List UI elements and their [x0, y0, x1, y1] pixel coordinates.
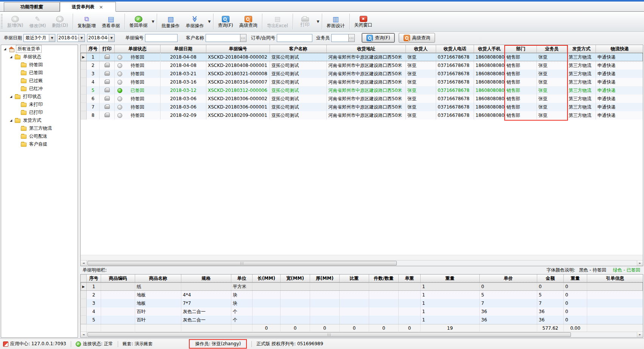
detail-row[interactable]: ▶1纸平方米1000 [81, 282, 643, 291]
cell-print[interactable] [100, 86, 115, 95]
cell-amt: 36 [537, 316, 564, 324]
scroll-left-icon[interactable]: ◄ [81, 332, 87, 337]
cell-logistics: 申通快递 [596, 78, 643, 86]
detail-row[interactable]: 3地板7*7块1770 [81, 299, 643, 307]
tree-item[interactable]: 已过账 [1, 77, 78, 85]
scrollbar-thumb[interactable] [87, 332, 571, 337]
tree-item[interactable]: 未打印 [1, 101, 78, 109]
order-row[interactable]: 6待签回2018-03-06XSCKD-20180306-000002亚拓公司测… [81, 95, 643, 103]
order-row[interactable]: 4待签回2018-03-16XSCKD-20180316-000007亚拓公司测… [81, 78, 643, 86]
detail-row[interactable]: 2地板4*4块1550 [81, 291, 643, 299]
cell-print[interactable] [100, 103, 115, 111]
detail-row[interactable]: 4百叶灰色二合一个136360 [81, 307, 643, 316]
chevron-down-icon[interactable]: ▼ [49, 34, 55, 42]
chevron-down-icon[interactable]: ▼ [108, 34, 114, 42]
tree-item[interactable]: 已红冲 [1, 85, 78, 93]
cell-print[interactable] [100, 53, 115, 61]
cell-thk [310, 307, 340, 316]
scroll-right-icon[interactable]: ► [637, 332, 643, 337]
printer-icon [104, 113, 110, 117]
cell-unit: 个 [231, 316, 253, 324]
salesman-browse-button[interactable]: ··· [348, 34, 355, 42]
date-from-select[interactable]: 2018-01-25 ▼ [57, 34, 85, 42]
query-button[interactable]: 查询(F) [215, 13, 236, 31]
status-circle-icon [117, 71, 122, 76]
order-row[interactable]: 8待签回2018-02-09XSCKD-20180209-000001亚拓公司测… [81, 111, 643, 119]
doc-ops-button[interactable]: 单据操作 [183, 13, 207, 31]
total-ref [587, 324, 643, 332]
ui-design-button[interactable]: 界面设计 [324, 13, 348, 31]
adv-query-button[interactable]: 高级查询 [399, 33, 435, 43]
tree-item[interactable]: 已打印 [1, 109, 78, 116]
tree-item[interactable]: 公司配送 [1, 132, 78, 140]
tree-expander-icon[interactable]: ◢ [9, 95, 13, 98]
tree-item-all-delivery-orders[interactable]: ◢所有送货单 [1, 45, 78, 53]
cell-mobile: 18608080808 [474, 111, 505, 119]
doc-date-label: 单据日期 [4, 35, 22, 41]
scroll-left-icon[interactable]: ◄ [81, 261, 87, 266]
cell-print[interactable] [100, 70, 115, 78]
cell-thk [310, 291, 340, 299]
cell-print[interactable] [100, 61, 115, 70]
salesman-input[interactable] [331, 34, 349, 42]
cell-date: 2018-03-06 [161, 103, 206, 111]
tree-group-0[interactable]: ◢单据状态 [1, 53, 78, 61]
sign-back-button[interactable]: 签回单据 [126, 13, 151, 31]
tree-expander-icon[interactable]: ◢ [9, 119, 13, 122]
cell-unit: 平方米 [231, 282, 253, 291]
cell-mobile: 18608080808 [474, 70, 505, 78]
column-header: 单据日期 [161, 45, 206, 53]
total-wt2: 0.00 [564, 324, 587, 332]
dropdown-arrow-icon[interactable]: ▼ [207, 20, 212, 23]
cell-address: 河南省郑州市中原区建设路口西50米 [327, 111, 406, 119]
tree-item[interactable]: 待签回 [1, 61, 78, 69]
date-to-select[interactable]: 2018-04-25 ▼ [87, 34, 115, 42]
tree-item[interactable]: 已签回 [1, 69, 78, 77]
query-button[interactable]: 查询(F) [362, 33, 395, 43]
column-header: 件数/数量 [369, 275, 399, 282]
order-row[interactable]: 5已签回2018-03-12XSCKD-20180312-000006亚拓公司测… [81, 86, 643, 95]
cell-wt2: 0 [564, 291, 587, 299]
tree-group-1[interactable]: ◢打印状态 [1, 93, 78, 101]
copy-new-button[interactable]: 复制新增 [75, 13, 99, 31]
scrollbar-thumb[interactable] [87, 261, 397, 265]
cell-wid [281, 307, 310, 316]
tree-expander-icon[interactable]: ◢ [3, 47, 7, 51]
dropdown-arrow-icon[interactable]: ▼ [151, 20, 155, 23]
column-header: 宽(MM) [281, 275, 310, 282]
chevron-down-icon[interactable]: ▼ [78, 34, 84, 42]
close-window-button[interactable]: 关闭窗口 [351, 13, 376, 31]
cell-address: 河南省郑州市中原区建设路口西50米 [327, 53, 406, 61]
close-tab-icon[interactable]: × [98, 4, 104, 10]
status-text: 待签回 [131, 71, 144, 77]
detail-row[interactable]: 5百叶灰色二合一个136360 [81, 316, 643, 324]
order-no-input[interactable] [277, 34, 312, 42]
order-row[interactable]: ▶1待签回2018-04-08XSCKD-20180408-000002亚拓公司… [81, 53, 643, 61]
customer-browse-button[interactable]: ··· [240, 34, 246, 42]
order-row[interactable]: 3待签回2018-03-21XSCKD-20180321-000008亚拓公司测… [81, 70, 643, 78]
date-range-select[interactable]: 最近3个月 ▼ [23, 34, 55, 42]
tab-delivery-order-list[interactable]: 送货单列表 × [60, 2, 116, 12]
cell-print[interactable] [100, 78, 115, 86]
view-doc-button[interactable]: 查看单据 [99, 13, 123, 31]
cell-print[interactable] [100, 111, 115, 119]
row-indicator [81, 299, 87, 307]
tree-item[interactable]: 第三方物流 [1, 124, 78, 132]
order-row[interactable]: 2待签回2018-04-08XSCKD-20180408-000001亚拓公司测… [81, 61, 643, 70]
tab-function-nav[interactable]: 功能导航窗 [4, 2, 60, 11]
tree-expander-icon[interactable]: ◢ [9, 55, 13, 59]
tree-item[interactable]: 客户自提 [1, 140, 78, 148]
scroll-right-icon[interactable]: ► [637, 261, 643, 266]
cell-ref [587, 316, 643, 324]
detail-grid-hscrollbar[interactable]: ◄ ► [81, 332, 643, 337]
batch-ops-button[interactable]: 批量操作 [159, 13, 183, 31]
tree-group-2[interactable]: ◢发货方式 [1, 116, 78, 124]
cell-phone: 03716678678 [436, 70, 474, 78]
customer-input[interactable] [206, 34, 240, 42]
cell-code [101, 299, 135, 307]
order-row[interactable]: 7待签回2018-03-06XSCKD-20180306-000001亚拓公司测… [81, 103, 643, 111]
cell-print[interactable] [100, 95, 115, 103]
doc-no-input[interactable] [145, 34, 178, 42]
orders-grid-hscrollbar[interactable]: ◄ ► [81, 260, 643, 266]
adv-query-button[interactable]: 高级查询 [236, 13, 260, 31]
